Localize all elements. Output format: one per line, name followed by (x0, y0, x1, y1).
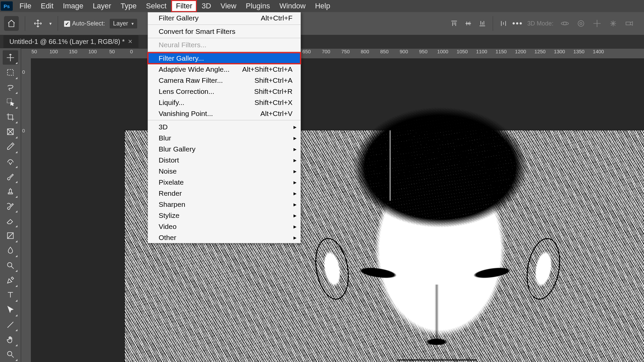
menu-item-label: Blur Gallery (159, 145, 196, 153)
submenu-indicator-icon (15, 255, 17, 257)
path-select-tool-icon (6, 305, 15, 314)
frame-tool-icon (6, 127, 15, 136)
horizontal-ruler[interactable]: 5010015010050065070075080085090095010001… (21, 48, 644, 59)
submenu-indicator-icon (15, 92, 17, 94)
ruler-tick: 1000 (437, 49, 448, 54)
pan-3d-icon[interactable] (592, 19, 602, 28)
ruler-tick: 1250 (534, 49, 545, 54)
submenu-indicator-icon (15, 300, 17, 302)
camera-3d-icon[interactable] (625, 19, 634, 28)
clone-stamp-tool[interactable] (3, 184, 18, 198)
tools-panel (0, 48, 21, 362)
eraser-tool[interactable] (3, 214, 18, 228)
menu-item-label: Sharpen (159, 200, 185, 208)
menu-item-render[interactable]: Render (148, 188, 301, 199)
align-top-button[interactable] (449, 18, 459, 28)
marquee-tool[interactable] (3, 65, 18, 79)
menu-item-vanishing-point[interactable]: Vanishing Point...Alt+Ctrl+V (148, 108, 301, 119)
hand-tool[interactable] (3, 332, 18, 347)
menu-layer[interactable]: Layer (88, 0, 116, 12)
eyedropper-tool-icon (6, 142, 15, 151)
menu-item-3d[interactable]: 3D (148, 121, 301, 132)
menu-item-camera-raw-filter[interactable]: Camera Raw Filter...Shift+Ctrl+A (148, 75, 301, 86)
dodge-tool[interactable] (3, 258, 18, 273)
menu-edit[interactable]: Edit (36, 0, 58, 12)
distribute-button[interactable] (498, 18, 508, 28)
gradient-tool[interactable] (3, 228, 18, 243)
layer-type-select[interactable]: Layer ▾ (110, 19, 137, 28)
home-button[interactable] (4, 16, 19, 31)
type-tool-icon (6, 291, 15, 299)
submenu-indicator-icon (15, 136, 17, 138)
chevron-down-icon[interactable]: ▾ (49, 21, 52, 26)
lasso-tool[interactable] (3, 80, 18, 95)
type-tool[interactable] (3, 288, 18, 302)
menu-item-video[interactable]: Video (148, 221, 301, 232)
slide-3d-icon[interactable] (608, 19, 618, 28)
menu-select[interactable]: Select (141, 0, 171, 12)
menu-plugins[interactable]: Plugins (241, 0, 275, 12)
ruler-tick: 1100 (476, 49, 487, 54)
menu-item-blur[interactable]: Blur (148, 132, 301, 143)
pen-tool[interactable] (3, 273, 18, 287)
menu-item-filter-gallery[interactable]: Filter GalleryAlt+Ctrl+F (148, 12, 301, 23)
menu-item-filter-gallery[interactable]: Filter Gallery... (148, 53, 301, 64)
canvas-area[interactable] (31, 58, 644, 362)
menu-image[interactable]: Image (58, 0, 88, 12)
menu-separator (148, 38, 301, 38)
align-vcenter-button[interactable] (463, 18, 473, 28)
menu-file[interactable]: File (15, 0, 36, 12)
brush-tool[interactable] (3, 169, 18, 183)
eyedropper-tool[interactable] (3, 139, 18, 154)
move-tool-icon (6, 53, 15, 62)
history-brush-tool[interactable] (3, 199, 18, 213)
menu-filter[interactable]: Filter (171, 0, 197, 12)
frame-tool[interactable] (3, 124, 18, 139)
ruler-tick: 900 (399, 49, 408, 54)
ruler-tick: 100 (88, 49, 97, 54)
submenu-indicator-icon (15, 181, 17, 183)
menu-3d[interactable]: 3D (197, 0, 216, 12)
document-tab[interactable]: Untitled-1 @ 66.1% (Layer 1, RGB/8) * × (3, 35, 139, 48)
submenu-indicator-icon (15, 344, 17, 346)
menu-item-sharpen[interactable]: Sharpen (148, 199, 301, 210)
object-select-tool[interactable] (3, 95, 18, 109)
object-select-tool-icon (6, 98, 15, 106)
menu-help[interactable]: Help (310, 0, 335, 12)
vertical-ruler[interactable]: 00 (21, 58, 31, 362)
healing-brush-tool[interactable] (3, 154, 18, 169)
menu-item-liquify[interactable]: Liquify...Shift+Ctrl+X (148, 97, 301, 108)
move-tool[interactable] (3, 50, 18, 65)
menu-item-convert-for-smart-filters[interactable]: Convert for Smart Filters (148, 26, 301, 37)
roll-3d-icon[interactable] (576, 19, 586, 28)
menu-item-pixelate[interactable]: Pixelate (148, 177, 301, 188)
menu-type[interactable]: Type (116, 0, 142, 12)
menu-view[interactable]: View (216, 0, 241, 12)
crop-tool[interactable] (3, 110, 18, 124)
path-select-tool[interactable] (3, 303, 18, 317)
move-tool-indicator[interactable] (31, 17, 45, 30)
close-icon[interactable]: × (128, 37, 132, 46)
align-bottom-button[interactable] (477, 18, 487, 28)
blur-tool[interactable] (3, 243, 18, 258)
photoshop-app-icon: Ps (1, 1, 13, 11)
menu-window[interactable]: Window (275, 0, 310, 12)
menu-item-lens-correction[interactable]: Lens Correction...Shift+Ctrl+R (148, 86, 301, 97)
orbit-3d-icon[interactable] (560, 19, 570, 28)
menu-item-adaptive-wide-angle[interactable]: Adaptive Wide Angle...Alt+Shift+Ctrl+A (148, 64, 301, 75)
auto-select-checkbox[interactable]: ✔Auto-Select: (64, 20, 105, 27)
menu-item-stylize[interactable]: Stylize (148, 210, 301, 221)
more-options-button[interactable]: ••• (513, 18, 523, 28)
ruler-tick: 50 (32, 49, 37, 54)
menu-item-blur-gallery[interactable]: Blur Gallery (148, 143, 301, 155)
menu-item-noise[interactable]: Noise (148, 166, 301, 177)
menu-item-shortcut: Alt+Shift+Ctrl+A (242, 65, 292, 73)
menu-item-distort[interactable]: Distort (148, 155, 301, 166)
ruler-tick: 1050 (457, 49, 468, 54)
ruler-tick: 650 (302, 49, 311, 54)
ruler-tick: 850 (380, 49, 388, 54)
marquee-tool-icon (6, 68, 15, 77)
line-tool[interactable] (3, 317, 18, 332)
menu-item-other[interactable]: Other (148, 232, 301, 243)
zoom-tool[interactable] (3, 347, 18, 362)
